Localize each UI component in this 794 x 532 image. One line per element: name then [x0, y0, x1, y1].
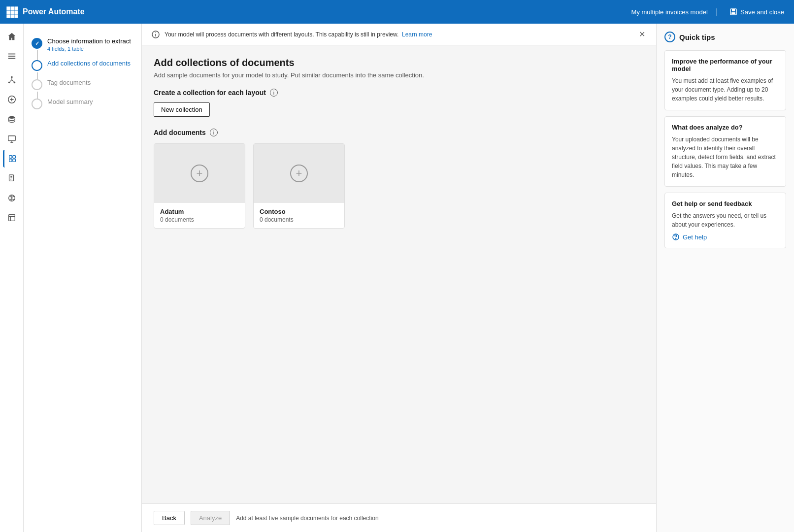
collection-card-adatum[interactable]: + Adatum 0 documents: [154, 143, 245, 229]
svg-point-16: [8, 82, 10, 84]
svg-rect-5: [14, 10, 18, 14]
get-help-label: Get help: [683, 233, 707, 241]
collections-grid: + Adatum 0 documents +: [154, 143, 644, 229]
banner-message: Your model will process documents with d…: [165, 31, 633, 38]
quick-tips-panel: ? Quick tips Improve the performance of …: [656, 24, 794, 532]
svg-point-40: [155, 32, 156, 33]
svg-rect-27: [9, 159, 12, 162]
app-title: Power Automate: [23, 7, 631, 16]
step-item-choose-info: ✓ Choose information to extract 4 fields…: [32, 33, 133, 56]
step-content-2: Add collections of documents: [47, 60, 131, 67]
svg-rect-8: [14, 14, 18, 18]
apps-grid-icon[interactable]: [6, 6, 18, 18]
icon-sidebar: [0, 24, 24, 532]
step-title-3: Tag documents: [47, 79, 91, 86]
step-item-add-collections: Add collections of documents: [32, 56, 133, 75]
tip-title-help: Get help or send feedback: [672, 200, 779, 207]
sidebar-item-create[interactable]: [3, 91, 21, 108]
sidebar-item-data[interactable]: [3, 110, 21, 128]
page-title: Add collections of documents: [154, 57, 644, 68]
svg-rect-0: [6, 6, 10, 10]
tip-text-performance: You must add at least five examples of y…: [672, 76, 779, 103]
create-collection-info-icon[interactable]: i: [270, 89, 278, 97]
save-close-button[interactable]: Save and close: [726, 6, 788, 18]
svg-rect-35: [8, 215, 15, 221]
svg-rect-13: [8, 56, 15, 57]
sidebar-item-ai-models[interactable]: [3, 150, 21, 167]
sidebar-item-flows[interactable]: [3, 71, 21, 89]
content-area: Your model will process documents with d…: [142, 24, 656, 532]
step-circle-2: [32, 60, 42, 71]
sidebar-item-documents[interactable]: [3, 169, 21, 187]
svg-rect-22: [8, 136, 15, 141]
step-title-1: Choose information to extract: [47, 37, 131, 45]
question-icon: ?: [664, 32, 675, 42]
top-bar: Power Automate My multiple invoices mode…: [0, 0, 794, 24]
get-help-link[interactable]: Get help: [672, 233, 779, 241]
learn-more-link[interactable]: Learn more: [402, 31, 432, 38]
get-help-icon: [672, 233, 680, 241]
content-scroll: Add collections of documents Add sample …: [142, 45, 656, 503]
svg-rect-26: [13, 156, 15, 158]
step-title-2: Add collections of documents: [47, 60, 131, 67]
step-item-model-summary: Model summary: [32, 94, 133, 113]
svg-rect-7: [10, 14, 14, 18]
svg-point-15: [11, 76, 13, 78]
tip-card-analyze: What does analyze do? Your uploaded docu…: [664, 116, 786, 187]
page-subtitle: Add sample documents for your model to s…: [154, 71, 644, 79]
svg-point-42: [675, 238, 676, 239]
step-title-4: Model summary: [47, 98, 93, 105]
bottom-bar: Back Analyze Add at least five sample do…: [142, 503, 656, 532]
step-item-tag-documents: Tag documents: [32, 75, 133, 94]
close-banner-button[interactable]: ✕: [638, 29, 646, 40]
tip-title-performance: Improve the performance of your model: [672, 58, 779, 72]
add-documents-info-icon[interactable]: i: [210, 129, 218, 136]
quick-tips-header: ? Quick tips: [664, 32, 786, 42]
collection-card-contoso[interactable]: + Contoso 0 documents: [253, 143, 345, 229]
svg-rect-1: [10, 6, 14, 10]
sidebar-item-learn[interactable]: [3, 209, 21, 227]
card-image-adatum: +: [154, 144, 245, 203]
add-docs-plus-contoso[interactable]: +: [290, 165, 308, 182]
add-documents-section: Add documents i + Adatum 0 documents: [154, 129, 644, 229]
add-documents-title: Add documents: [154, 129, 206, 136]
card-name-contoso: Contoso: [260, 208, 338, 215]
sidebar-item-menu[interactable]: [3, 47, 21, 65]
card-docs-adatum: 0 documents: [160, 216, 239, 223]
tip-card-performance: Improve the performance of your model Yo…: [664, 50, 786, 110]
top-bar-right: My multiple invoices model | Save and cl…: [631, 6, 788, 18]
bottom-hint: Add at least five sample documents for e…: [236, 515, 379, 522]
svg-rect-2: [14, 6, 18, 10]
tip-text-analyze: Your uploaded documents will be analyzed…: [672, 135, 779, 179]
new-collection-button[interactable]: New collection: [154, 102, 210, 117]
card-name-adatum: Adatum: [160, 208, 239, 215]
svg-rect-12: [8, 54, 15, 55]
sidebar-item-home[interactable]: [3, 28, 21, 45]
main-layout: ✓ Choose information to extract 4 fields…: [0, 24, 794, 532]
svg-rect-4: [10, 10, 14, 14]
save-close-label: Save and close: [740, 8, 784, 16]
add-documents-header: Add documents i: [154, 129, 644, 136]
step-circle-1: ✓: [32, 38, 42, 49]
create-collection-title: Create a collection for each layout: [154, 89, 266, 97]
svg-rect-28: [13, 159, 15, 162]
create-collection-header: Create a collection for each layout i: [154, 89, 644, 97]
tip-title-analyze: What does analyze do?: [672, 124, 779, 131]
add-docs-plus-adatum[interactable]: +: [191, 165, 208, 182]
tip-text-help: Get the answers you need, or tell us abo…: [672, 211, 779, 229]
back-button[interactable]: Back: [154, 511, 185, 525]
step-circle-3: [32, 79, 42, 90]
sidebar-item-monitor[interactable]: [3, 130, 21, 148]
svg-rect-6: [6, 14, 10, 18]
svg-rect-25: [9, 156, 12, 158]
step-content-3: Tag documents: [47, 79, 91, 86]
svg-rect-11: [731, 12, 735, 14]
svg-point-21: [8, 116, 15, 119]
svg-point-17: [13, 82, 15, 84]
svg-rect-10: [732, 9, 735, 11]
step-content-1: Choose information to extract 4 fields, …: [47, 37, 131, 52]
model-name-label: My multiple invoices model: [631, 8, 708, 16]
step-content-4: Model summary: [47, 98, 93, 105]
quick-tips-title: Quick tips: [679, 33, 715, 41]
sidebar-item-solutions[interactable]: [3, 189, 21, 207]
